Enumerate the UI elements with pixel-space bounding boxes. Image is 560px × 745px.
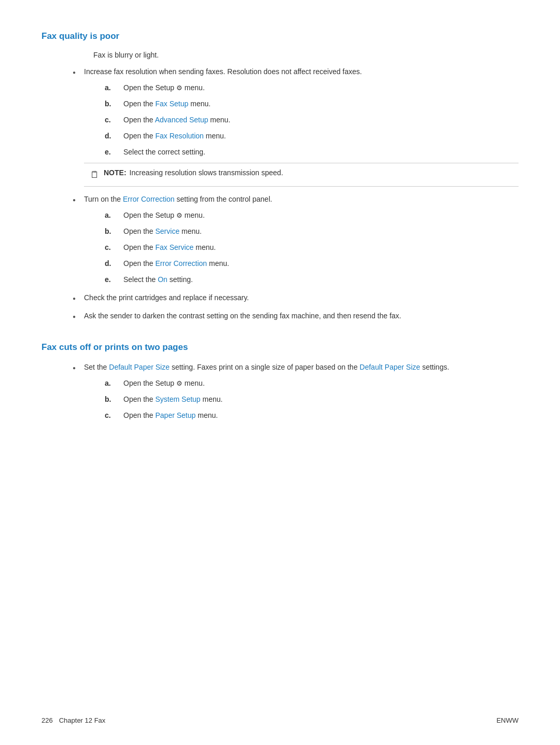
step-text: Open the Setup ⚙ menu. — [123, 378, 205, 389]
bullet-2-text: Turn on the Error Correction setting fro… — [84, 195, 272, 203]
step-text: Open the Error Correction menu. — [123, 258, 229, 269]
section2-bullet-1: Set the Default Paper Size setting. Faxe… — [73, 362, 519, 421]
sub-step-2d: d. Open the Error Correction menu. — [105, 258, 519, 269]
setup-icon: ⚙ — [176, 84, 183, 92]
error-correction-link-1[interactable]: Error Correction — [123, 195, 175, 203]
section2-bullet-list: Set the Default Paper Size setting. Faxe… — [73, 362, 519, 421]
sub-step-1e: e. Select the correct setting. — [105, 147, 519, 158]
sub-list-s2-1: a. Open the Setup ⚙ menu. b. Open the Sy… — [105, 378, 519, 421]
bullet-4: Ask the sender to darken the contrast se… — [73, 311, 519, 321]
step-text: Open the Setup ⚙ menu. — [123, 82, 205, 93]
footer: 226 Chapter 12 Fax ENWW — [41, 716, 519, 724]
note-icon: 🗒 — [90, 168, 100, 182]
bullet-4-text: Ask the sender to darken the contrast se… — [84, 312, 401, 320]
service-link[interactable]: Service — [156, 227, 180, 235]
bullet-3-text: Check the print cartridges and replace i… — [84, 293, 249, 302]
section1: Fax quality is poor Fax is blurry or lig… — [41, 31, 519, 321]
note-text: NOTE:Increasing resolution slows transmi… — [104, 167, 283, 178]
step-text: Open the Fax Resolution menu. — [123, 131, 226, 142]
sub-step-s2c: c. Open the Paper Setup menu. — [105, 410, 519, 421]
sub-list-1: a. Open the Setup ⚙ menu. b. Open the Fa… — [105, 82, 519, 158]
step-text: Open the Fax Setup menu. — [123, 99, 211, 109]
step-label: d. — [105, 131, 119, 142]
default-paper-size-link-2[interactable]: Default Paper Size — [360, 363, 421, 371]
step-text: Open the Fax Service menu. — [123, 242, 216, 253]
section2-title: Fax cuts off or prints on two pages — [41, 342, 519, 353]
step-label: b. — [105, 99, 119, 109]
footer-page-number: 226 — [41, 716, 53, 724]
step-label: c. — [105, 410, 119, 421]
step-text: Open the Service menu. — [123, 226, 202, 237]
step-label: a. — [105, 82, 119, 93]
sub-step-1b: b. Open the Fax Setup menu. — [105, 99, 519, 109]
step-label: d. — [105, 258, 119, 269]
step-label: a. — [105, 210, 119, 221]
sub-step-1a: a. Open the Setup ⚙ menu. — [105, 82, 519, 93]
step-label: e. — [105, 274, 119, 285]
step-text: Open the System Setup menu. — [123, 394, 222, 405]
step-label: b. — [105, 394, 119, 405]
step-text: Select the correct setting. — [123, 147, 205, 158]
step-text: Open the Advanced Setup menu. — [123, 115, 230, 125]
system-setup-link[interactable]: System Setup — [156, 395, 201, 403]
section2-bullet-1-text: Set the Default Paper Size setting. Faxe… — [84, 363, 449, 371]
setup-icon: ⚙ — [176, 379, 183, 387]
fax-resolution-link[interactable]: Fax Resolution — [156, 132, 204, 140]
section1-bullet-list: Increase fax resolution when sending fax… — [73, 66, 519, 321]
sub-list-2: a. Open the Setup ⚙ menu. b. Open the Se… — [105, 210, 519, 285]
bullet-3: Check the print cartridges and replace i… — [73, 292, 519, 303]
bullet-1: Increase fax resolution when sending fax… — [73, 66, 519, 187]
step-label: e. — [105, 147, 119, 158]
advanced-setup-link[interactable]: Advanced Setup — [155, 116, 208, 124]
footer-chapter: Chapter 12 Fax — [59, 716, 106, 724]
section1-intro: Fax is blurry or light. — [93, 51, 519, 59]
section2: Fax cuts off or prints on two pages Set … — [41, 342, 519, 421]
sub-step-s2a: a. Open the Setup ⚙ menu. — [105, 378, 519, 389]
on-link[interactable]: On — [158, 275, 167, 284]
step-text: Open the Paper Setup menu. — [123, 410, 218, 421]
sub-step-2c: c. Open the Fax Service menu. — [105, 242, 519, 253]
sub-step-s2b: b. Open the System Setup menu. — [105, 394, 519, 405]
step-label: c. — [105, 115, 119, 125]
error-correction-link-2[interactable]: Error Correction — [156, 259, 207, 268]
footer-right: ENWW — [496, 716, 519, 724]
paper-setup-link[interactable]: Paper Setup — [156, 411, 196, 419]
step-label: a. — [105, 378, 119, 389]
default-paper-size-link-1[interactable]: Default Paper Size — [109, 363, 170, 371]
sub-step-1c: c. Open the Advanced Setup menu. — [105, 115, 519, 125]
setup-icon: ⚙ — [176, 212, 183, 219]
step-text: Open the Setup ⚙ menu. — [123, 210, 205, 221]
fax-service-link[interactable]: Fax Service — [156, 243, 194, 251]
bullet-1-text: Increase fax resolution when sending fax… — [84, 67, 362, 76]
footer-left: 226 Chapter 12 Fax — [41, 716, 105, 724]
bullet-2: Turn on the Error Correction setting fro… — [73, 194, 519, 285]
sub-step-2b: b. Open the Service menu. — [105, 226, 519, 237]
step-label: b. — [105, 226, 119, 237]
sub-step-2e: e. Select the On setting. — [105, 274, 519, 285]
sub-step-2a: a. Open the Setup ⚙ menu. — [105, 210, 519, 221]
sub-step-1d: d. Open the Fax Resolution menu. — [105, 131, 519, 142]
fax-setup-link[interactable]: Fax Setup — [156, 100, 189, 108]
step-label: c. — [105, 242, 119, 253]
step-text: Select the On setting. — [123, 274, 193, 285]
note-box-1: 🗒 NOTE:Increasing resolution slows trans… — [84, 163, 519, 187]
section1-title: Fax quality is poor — [41, 31, 519, 41]
